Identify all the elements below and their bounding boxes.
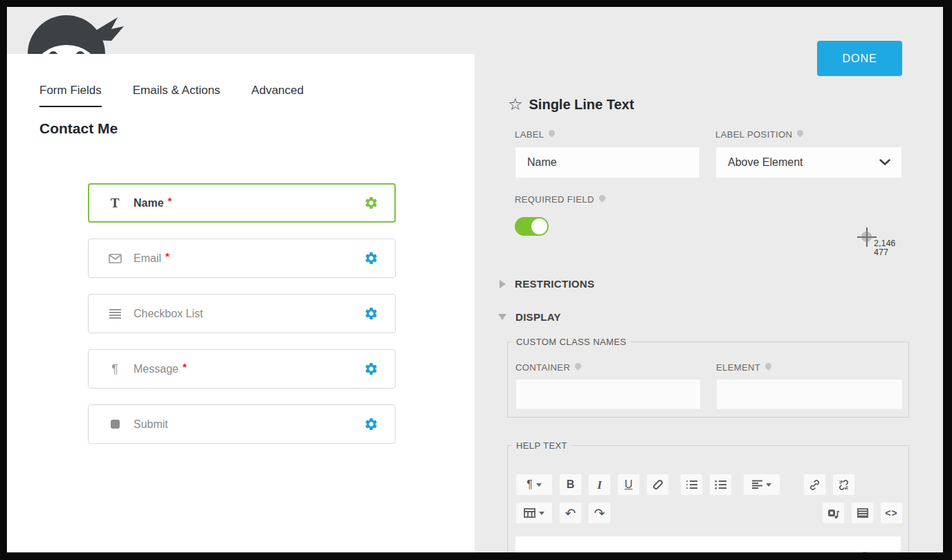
ordered-list-button[interactable] (680, 474, 703, 496)
label-position-label: LABEL POSITION (715, 129, 803, 140)
required-asterisk: * (165, 250, 170, 262)
paragraph-format-button[interactable]: ¶ (515, 474, 553, 496)
field-label: Submit (134, 418, 168, 431)
field-label: Email (134, 252, 161, 265)
required-field-toggle[interactable] (515, 217, 549, 236)
star-icon[interactable]: ☆ (508, 96, 523, 113)
expanded-arrow-icon (498, 314, 506, 320)
cursor-coordinates: 2,146 477 (874, 239, 895, 257)
table-button[interactable] (515, 502, 553, 524)
app-window: Form Fields Emails & Actions Advanced Co… (7, 7, 943, 552)
gear-icon[interactable] (364, 362, 378, 376)
field-row-checkbox-list[interactable]: Checkbox List (88, 294, 396, 333)
align-button[interactable] (743, 474, 780, 496)
unordered-list-icon (715, 480, 726, 489)
field-label: Checkbox List (134, 308, 203, 320)
eraser-icon (652, 479, 663, 491)
merge-tags-icon (827, 507, 840, 519)
section-display[interactable]: DISPLAY (498, 311, 561, 323)
ninja-forms-logo-icon (22, 10, 126, 54)
tooltip-icon[interactable] (764, 362, 773, 371)
builder-tabs: Form Fields Emails & Actions Advanced (39, 84, 304, 107)
editor-toolbar-row-1: ¶ B I U (515, 474, 861, 496)
required-asterisk: * (168, 195, 172, 207)
label-position-value: Above Element (728, 156, 803, 169)
fullscreen-arrow-icon (858, 552, 871, 552)
field-label: Name (134, 197, 164, 209)
tooltip-icon[interactable] (796, 129, 805, 138)
label-input[interactable] (515, 147, 700, 178)
email-icon (107, 254, 123, 263)
collapsed-arrow-icon (500, 280, 506, 288)
tab-advanced[interactable]: Advanced (251, 84, 304, 107)
element-class-input[interactable] (716, 379, 903, 410)
remove-link-button[interactable] (832, 474, 855, 496)
field-row-message[interactable]: ¶ Message * (88, 349, 396, 389)
dropdown-arrow-icon (766, 483, 771, 487)
gear-icon[interactable] (364, 417, 378, 431)
field-row-name[interactable]: T Name * (88, 183, 396, 223)
redo-button[interactable]: ↷ (588, 502, 611, 524)
single-line-text-icon: T (107, 196, 123, 209)
field-settings-header: ☆ Single Line Text (508, 96, 634, 113)
link-icon (809, 479, 821, 491)
element-class-label: ELEMENT (716, 362, 771, 373)
form-title: Contact Me (39, 120, 118, 137)
chevron-down-icon (879, 159, 890, 166)
remove-format-button[interactable] (646, 474, 669, 496)
merge-tags-button[interactable] (822, 502, 845, 524)
required-field-label: REQUIRED FIELD (515, 194, 605, 205)
insert-link-button[interactable] (803, 474, 826, 496)
field-label: Message (134, 363, 178, 375)
checkbox-list-icon (107, 308, 123, 319)
bold-button[interactable]: B (559, 474, 582, 496)
field-row-submit[interactable]: Submit (88, 404, 396, 444)
help-text-editor[interactable]: Full screen (515, 536, 901, 552)
fullscreen-toggle[interactable]: Full screen (858, 552, 927, 552)
toggle-knob (531, 218, 547, 234)
tooltip-icon[interactable] (548, 129, 557, 138)
tooltip-icon[interactable] (574, 362, 583, 371)
unordered-list-button[interactable] (709, 474, 732, 496)
container-class-input[interactable] (515, 379, 701, 410)
tab-form-fields[interactable]: Form Fields (39, 84, 102, 107)
section-restrictions[interactable]: RESTRICTIONS (500, 278, 594, 290)
redo-icon: ↷ (594, 507, 605, 520)
undo-icon: ↶ (565, 507, 576, 520)
editor-toolbar-row-2: ↶ ↷ (515, 502, 617, 524)
field-list: T Name * Email * (88, 183, 396, 460)
gear-icon[interactable] (364, 251, 378, 265)
code-icon: <> (885, 508, 897, 518)
dropdown-arrow-icon (539, 512, 544, 515)
field-row-email[interactable]: Email * (88, 239, 396, 278)
rows-icon (857, 508, 868, 518)
source-code-button[interactable]: <> (880, 502, 903, 524)
custom-class-names-legend: CUSTOM CLASS NAMES (511, 337, 631, 347)
paragraph-icon: ¶ (107, 363, 123, 375)
label-setting-label: LABEL (515, 129, 555, 140)
align-icon (752, 480, 762, 489)
required-asterisk: * (183, 361, 187, 373)
label-position-select[interactable]: Above Element (715, 147, 902, 178)
form-builder-panel: Form Fields Emails & Actions Advanced Co… (7, 54, 475, 552)
container-class-label: CONTAINER (515, 362, 581, 373)
custom-class-names-group: CUSTOM CLASS NAMES CONTAINER ELEMENT (507, 337, 909, 418)
help-text-group: HELP TEXT ¶ B I U (507, 440, 909, 552)
ordered-list-icon (686, 480, 697, 489)
kitchen-sink-button[interactable] (851, 502, 874, 524)
tab-emails-actions[interactable]: Emails & Actions (133, 84, 221, 107)
gear-icon[interactable] (364, 196, 378, 210)
table-icon (524, 508, 536, 518)
gear-icon[interactable] (364, 306, 378, 321)
dropdown-arrow-icon (536, 483, 542, 487)
undo-button[interactable]: ↶ (559, 502, 582, 524)
unlink-icon (838, 479, 850, 491)
done-button[interactable]: DONE (817, 41, 902, 76)
help-text-legend: HELP TEXT (511, 440, 572, 451)
underline-button[interactable]: U (617, 474, 640, 496)
editor-toolbar-row-2-right: <> (822, 502, 903, 524)
submit-icon (107, 420, 123, 429)
field-type-title: Single Line Text (529, 97, 634, 113)
tooltip-icon[interactable] (598, 194, 607, 203)
italic-button[interactable]: I (588, 474, 611, 496)
